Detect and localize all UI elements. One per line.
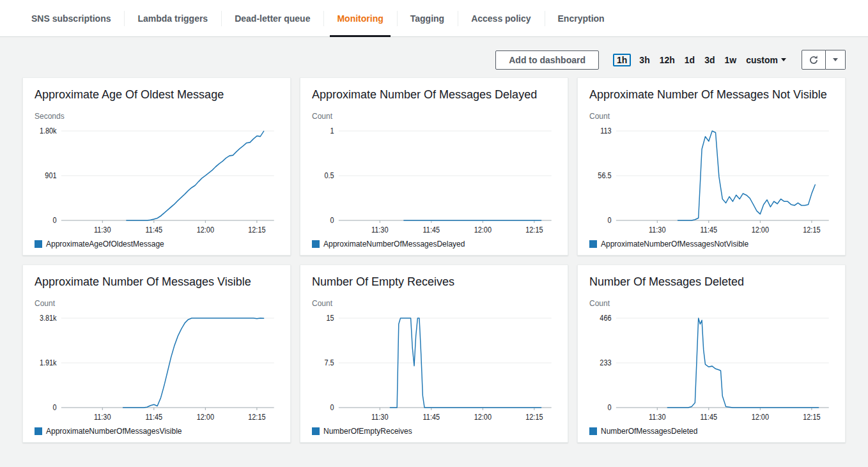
legend-label: NumberOfEmptyReceives [323, 427, 412, 436]
svg-text:12:00: 12:00 [752, 413, 769, 422]
range-3h[interactable]: 3h [639, 55, 649, 65]
tab-tagging[interactable]: Tagging [397, 0, 458, 36]
chart-title: Approximate Number Of Messages Delayed [312, 88, 556, 102]
chart-unit-label: Count [589, 112, 833, 121]
chart-card: Approximate Age Of Oldest Message Second… [22, 77, 291, 256]
svg-text:12:15: 12:15 [803, 413, 820, 422]
svg-text:1: 1 [330, 127, 334, 135]
tab-lambda-triggers[interactable]: Lambda triggers [124, 0, 221, 36]
svg-text:11:30: 11:30 [649, 226, 665, 234]
svg-text:12:15: 12:15 [525, 413, 543, 422]
svg-text:0: 0 [52, 217, 56, 225]
svg-text:12:00: 12:00 [474, 226, 492, 234]
chart-title: Number Of Empty Receives [312, 275, 556, 289]
chart-title: Number Of Messages Deleted [589, 275, 833, 289]
chart-canvas: 00.5111:3011:4512:0012:15 [312, 123, 556, 237]
chart-legend: NumberOfEmptyReceives [312, 427, 556, 436]
chart-legend: ApproximateAgeOfOldestMessage [35, 240, 279, 249]
legend-label: ApproximateNumberOfMessagesVisible [46, 427, 182, 436]
legend-label: ApproximateAgeOfOldestMessage [46, 240, 164, 249]
svg-text:12:00: 12:00 [474, 413, 492, 422]
legend-swatch [312, 427, 320, 435]
svg-text:11:30: 11:30 [371, 226, 388, 234]
chart-card: Number Of Messages Deleted Count 0233466… [577, 264, 846, 443]
chart-legend: ApproximateNumberOfMessagesVisible [35, 427, 279, 436]
chevron-down-icon [781, 58, 786, 61]
range-1d[interactable]: 1d [685, 55, 695, 65]
chart-title: Approximate Number Of Messages Visible [35, 275, 279, 289]
range-12h[interactable]: 12h [660, 55, 675, 65]
custom-range-label: custom [746, 55, 778, 65]
chart-legend: ApproximateNumberOfMessagesDelayed [312, 240, 556, 249]
svg-text:0: 0 [330, 404, 334, 412]
tab-encryption[interactable]: Encryption [545, 0, 618, 36]
tab-label: Monitoring [337, 13, 383, 24]
chart-canvas: 056.511311:3011:4512:0012:15 [589, 123, 833, 237]
tab-sns-subscriptions[interactable]: SNS subscriptions [18, 0, 124, 36]
legend-label: ApproximateNumberOfMessagesNotVisible [601, 240, 748, 249]
tab-monitoring[interactable]: Monitoring [323, 0, 396, 36]
tab-label: Encryption [558, 13, 605, 24]
tab-label: SNS subscriptions [31, 13, 111, 24]
legend-label: ApproximateNumberOfMessagesDelayed [323, 240, 465, 249]
svg-text:11:30: 11:30 [649, 413, 665, 422]
svg-text:0.5: 0.5 [324, 172, 334, 180]
svg-text:901: 901 [45, 171, 56, 180]
chart-canvas: 023346611:3011:4512:0012:15 [589, 310, 833, 424]
chart-unit-label: Count [35, 299, 279, 308]
refresh-icon [809, 55, 819, 65]
svg-text:11:45: 11:45 [423, 413, 440, 422]
legend-swatch [312, 240, 320, 248]
range-3d[interactable]: 3d [704, 55, 715, 65]
svg-text:12:00: 12:00 [752, 226, 769, 234]
svg-text:12:15: 12:15 [803, 226, 820, 234]
svg-text:0: 0 [607, 217, 611, 225]
svg-text:11:30: 11:30 [94, 226, 111, 234]
refresh-button[interactable] [802, 50, 826, 70]
chart-unit-label: Count [312, 299, 556, 308]
range-1w[interactable]: 1w [725, 55, 737, 65]
svg-text:1.80k: 1.80k [40, 127, 57, 135]
svg-text:12:15: 12:15 [248, 413, 265, 422]
legend-swatch [35, 427, 42, 435]
svg-text:11:30: 11:30 [94, 413, 111, 422]
svg-text:15: 15 [326, 314, 334, 323]
svg-text:113: 113 [600, 127, 611, 135]
svg-text:11:45: 11:45 [146, 413, 162, 422]
svg-text:3.81k: 3.81k [40, 314, 57, 323]
svg-text:1.91k: 1.91k [40, 359, 57, 367]
svg-text:56.5: 56.5 [598, 172, 611, 180]
chart-title: Approximate Number Of Messages Not Visib… [589, 88, 833, 102]
tab-dead-letter-queue[interactable]: Dead-letter queue [221, 0, 323, 36]
toolbar: Add to dashboard 1h 3h 12h 1d 3d 1w cust… [0, 37, 868, 77]
add-to-dashboard-button[interactable]: Add to dashboard [495, 50, 599, 70]
tab-access-policy[interactable]: Access policy [458, 0, 544, 36]
svg-text:11:30: 11:30 [371, 413, 388, 422]
legend-swatch [589, 240, 597, 248]
chart-legend: ApproximateNumberOfMessagesNotVisible [589, 240, 833, 249]
svg-text:7.5: 7.5 [324, 359, 334, 367]
svg-text:12:00: 12:00 [197, 413, 214, 422]
svg-text:0: 0 [607, 404, 611, 412]
chart-card: Approximate Number Of Messages Visible C… [22, 264, 291, 443]
svg-text:12:15: 12:15 [525, 226, 543, 234]
svg-text:11:45: 11:45 [146, 226, 162, 234]
svg-text:12:00: 12:00 [197, 226, 214, 234]
chart-unit-label: Seconds [35, 112, 279, 121]
range-1h[interactable]: 1h [613, 54, 631, 66]
chart-legend: NumberOfMessagesDeleted [589, 427, 833, 436]
svg-text:233: 233 [600, 359, 611, 367]
refresh-options-button[interactable] [826, 50, 846, 70]
tab-bar: SNS subscriptions Lambda triggers Dead-l… [0, 0, 868, 37]
legend-label: NumberOfMessagesDeleted [601, 427, 697, 436]
custom-range-dropdown[interactable]: custom [746, 55, 786, 65]
tab-label: Lambda triggers [137, 13, 208, 24]
svg-text:12:15: 12:15 [248, 226, 265, 234]
chart-title: Approximate Age Of Oldest Message [35, 88, 279, 102]
chart-card: Approximate Number Of Messages Not Visib… [577, 77, 846, 256]
chart-unit-label: Count [589, 299, 833, 308]
svg-text:11:45: 11:45 [701, 226, 717, 234]
charts-grid: Approximate Age Of Oldest Message Second… [0, 77, 868, 443]
svg-text:466: 466 [600, 314, 611, 323]
tab-label: Tagging [410, 13, 444, 24]
